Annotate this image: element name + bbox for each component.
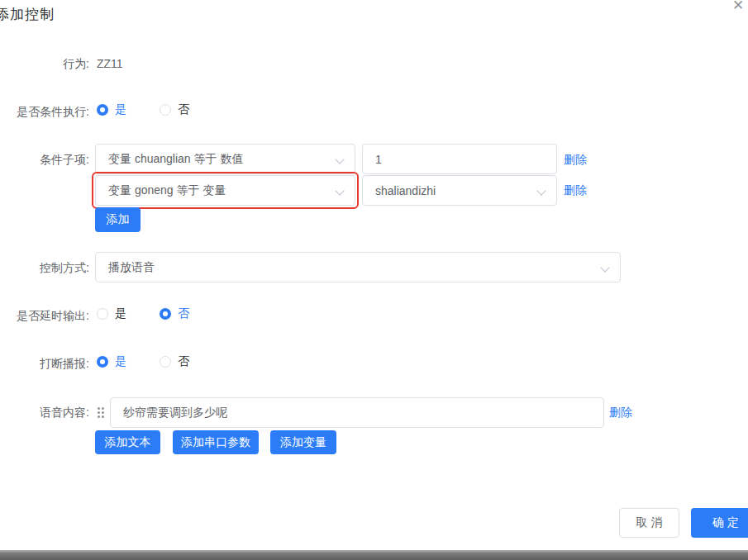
conditional-exec-radio-no[interactable]: 否 <box>160 102 189 117</box>
conditional-exec-radio-group: 是 否 <box>97 102 189 117</box>
close-icon[interactable]: ✕ <box>732 0 744 14</box>
voice-content-label: 语音内容: <box>0 406 89 420</box>
condition-row2-select[interactable]: 变量 goneng 等于 变量 <box>95 175 355 206</box>
chevron-down-icon <box>336 156 344 164</box>
confirm-button[interactable]: 确 定 <box>691 508 748 538</box>
radio-label: 是 <box>115 306 126 321</box>
radio-label: 否 <box>178 102 189 117</box>
add-condition-button[interactable]: 添加 <box>95 207 141 232</box>
interrupt-broadcast-radio-yes[interactable]: 是 <box>97 354 126 369</box>
delay-output-radio-group: 是 否 <box>97 306 189 321</box>
radio-dot-icon <box>97 356 108 368</box>
add-variable-button[interactable]: 添加变量 <box>270 430 336 454</box>
control-mode-label: 控制方式: <box>0 261 89 276</box>
radio-dot-icon <box>160 356 171 368</box>
add-text-button[interactable]: 添加文本 <box>95 430 160 454</box>
radio-label: 否 <box>178 354 189 369</box>
voice-content-value: 纱帘需要调到多少呢 <box>123 406 227 420</box>
condition-row2-variable-select[interactable]: shaliandizhi <box>362 175 557 206</box>
radio-dot-icon <box>97 104 108 116</box>
drag-handle-icon[interactable] <box>97 406 105 422</box>
radio-dot-icon <box>160 308 171 320</box>
condition-row1-value: 1 <box>375 153 382 166</box>
voice-content-delete-link[interactable]: 删除 <box>609 406 632 420</box>
cancel-button[interactable]: 取 消 <box>619 508 679 538</box>
bottom-page-bar <box>0 550 748 560</box>
radio-dot-icon <box>160 104 171 116</box>
delay-output-radio-no[interactable]: 否 <box>160 306 189 321</box>
condition-row1-delete-link[interactable]: 删除 <box>564 153 587 168</box>
conditional-exec-radio-yes[interactable]: 是 <box>97 102 126 117</box>
chevron-down-icon <box>336 187 344 195</box>
condition-row1-select-value: 变量 chuanglian 等于 数值 <box>108 152 243 167</box>
control-mode-value: 播放语音 <box>108 260 155 275</box>
voice-content-input[interactable]: 纱帘需要调到多少呢 <box>110 397 604 428</box>
interrupt-broadcast-radio-group: 是 否 <box>97 354 189 369</box>
behavior-label: 行为: <box>0 57 89 72</box>
chevron-down-icon <box>602 264 609 272</box>
radio-label: 否 <box>178 306 189 321</box>
radio-label: 是 <box>115 354 126 369</box>
delay-output-radio-yes[interactable]: 是 <box>97 306 126 321</box>
condition-row1-select[interactable]: 变量 chuanglian 等于 数值 <box>95 144 355 174</box>
condition-row2-delete-link[interactable]: 删除 <box>564 183 587 198</box>
interrupt-broadcast-label: 打断播报: <box>0 357 89 372</box>
add-serial-param-button[interactable]: 添加串口参数 <box>173 430 259 454</box>
condition-row2-select-value: 变量 goneng 等于 变量 <box>108 183 226 198</box>
control-mode-select[interactable]: 播放语音 <box>95 252 621 282</box>
conditional-exec-label: 是否条件执行: <box>0 105 89 120</box>
radio-dot-icon <box>97 308 108 320</box>
delay-output-label: 是否延时输出: <box>0 309 89 324</box>
dialog-title: 添加控制 <box>0 5 55 24</box>
condition-row1-value-input[interactable]: 1 <box>362 144 557 174</box>
behavior-value: ZZ11 <box>97 57 123 70</box>
interrupt-broadcast-radio-no[interactable]: 否 <box>160 354 189 369</box>
radio-label: 是 <box>115 102 126 117</box>
condition-items-label: 条件子项: <box>0 153 89 168</box>
condition-row2-variable-value: shaliandizhi <box>375 184 436 197</box>
add-control-dialog: 添加控制 ✕ 行为: ZZ11 是否条件执行: 是 否 条件子项: 变量 chu… <box>0 0 748 560</box>
chevron-down-icon <box>538 187 546 195</box>
